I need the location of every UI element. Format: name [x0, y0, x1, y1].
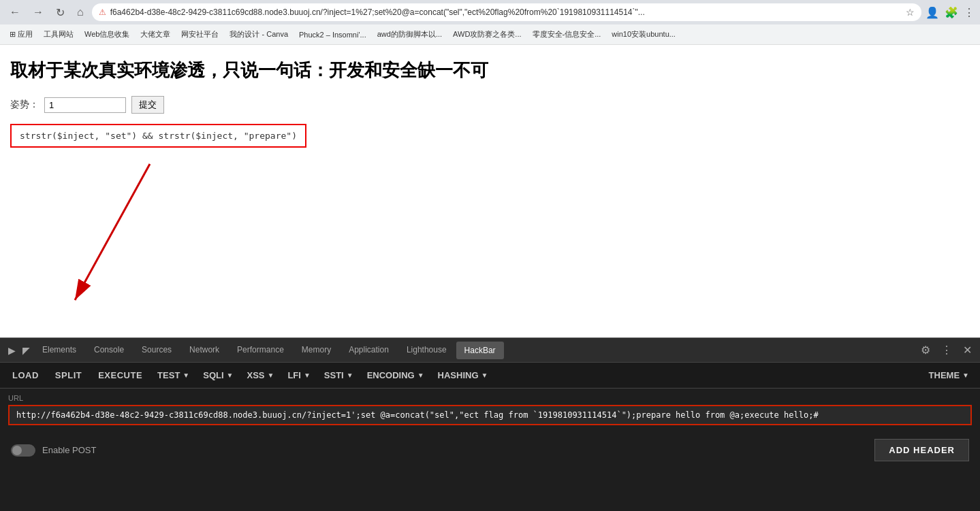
devtools-more-button[interactable]: ⋮ — [938, 341, 955, 359]
home-button[interactable]: ⌂ — [73, 3, 88, 21]
hackbar-ssti-dropdown[interactable]: SSTI ▼ — [319, 367, 359, 384]
menu-button[interactable]: ⋮ — [964, 6, 975, 19]
bookmark-platform[interactable]: 网安社平台 — [177, 28, 223, 41]
hackbar-load-button[interactable]: LOAD — [5, 367, 46, 384]
profile-button[interactable]: 👤 — [926, 6, 939, 19]
code-box: strstr($inject, "set") && strstr($inject… — [10, 124, 306, 148]
extensions-button[interactable]: 🧩 — [945, 6, 958, 19]
hackbar-test-dropdown[interactable]: TEST ▼ — [152, 367, 195, 384]
hackbar-sqli-dropdown[interactable]: SQLI ▼ — [197, 367, 238, 384]
bookmark-articles[interactable]: 大佬文章 — [136, 28, 174, 41]
tab-elements[interactable]: Elements — [34, 341, 84, 360]
address-text: f6a462b4-d38e-48c2-9429-c3811c69cd88.nod… — [110, 7, 902, 17]
tab-memory[interactable]: Memory — [294, 341, 339, 360]
encoding-chevron-icon: ▼ — [417, 372, 424, 379]
hackbar-encoding-dropdown[interactable]: ENCODING ▼ — [362, 367, 430, 384]
hackbar-execute-button[interactable]: EXECUTE — [91, 367, 149, 384]
form-label: 姿势： — [10, 99, 39, 111]
tab-network[interactable]: Network — [181, 341, 227, 360]
back-button[interactable]: ← — [5, 3, 25, 21]
devtools-right-actions: ⚙ ⋮ ✕ — [918, 341, 975, 359]
bookmark-awd1[interactable]: awd的防御脚本以... — [373, 28, 446, 41]
tab-console[interactable]: Console — [86, 341, 132, 360]
hackbar-theme-dropdown[interactable]: THEME ▼ — [923, 367, 975, 384]
hackbar-url-section: URL — [0, 389, 980, 431]
sqli-chevron-icon: ▼ — [227, 372, 234, 379]
devtools-tabs-bar: ▶ ◤ Elements Console Sources Network Per… — [0, 338, 980, 363]
devtools-panel: ▶ ◤ Elements Console Sources Network Per… — [0, 337, 980, 511]
bookmark-phuck2[interactable]: Phuck2 – Insomni'... — [295, 29, 370, 40]
add-header-button[interactable]: ADD HEADER — [874, 439, 969, 461]
bookmark-star-icon[interactable]: ☆ — [906, 7, 915, 18]
enable-post-label: Enable POST — [42, 445, 97, 455]
refresh-button[interactable]: ↻ — [52, 3, 69, 22]
url-input[interactable] — [8, 405, 972, 425]
hackbar-xss-dropdown[interactable]: XSS ▼ — [241, 367, 279, 384]
theme-chevron-icon: ▼ — [962, 372, 969, 379]
bookmarks-bar: ⊞ 应用 工具网站 Web信息收集 大佬文章 网安社平台 我的设计 - Canv… — [0, 24, 980, 45]
bookmark-ubuntu[interactable]: win10安装ubuntu... — [607, 28, 680, 41]
tab-hackbar[interactable]: HackBar — [456, 342, 504, 359]
hackbar-split-button[interactable]: SPLIT — [48, 367, 89, 384]
tab-sources[interactable]: Sources — [133, 341, 180, 360]
bookmark-awd2[interactable]: AWD攻防赛之各类... — [449, 28, 525, 41]
bookmark-tools[interactable]: 工具网站 — [39, 28, 78, 41]
hackbar-bottom: Enable POST ADD HEADER — [0, 431, 980, 469]
toggle-knob — [12, 446, 22, 455]
ssti-chevron-icon: ▼ — [347, 372, 353, 379]
enable-post-toggle-wrap: Enable POST — [11, 444, 97, 457]
annotation-arrow — [7, 157, 211, 337]
page-content: 取材于某次真实环境渗透，只说一句话：开发和安全缺一不可 姿势： 提交 strst… — [0, 45, 980, 337]
inject-input[interactable] — [44, 97, 126, 113]
xss-chevron-icon: ▼ — [268, 372, 274, 379]
security-icon: ⚠ — [99, 7, 106, 17]
devtools-close-button[interactable]: ✕ — [960, 341, 975, 359]
forward-button[interactable]: → — [29, 3, 48, 21]
page-title: 取材于某次真实环境渗透，只说一句话：开发和安全缺一不可 — [10, 59, 970, 82]
submit-button[interactable]: 提交 — [131, 96, 164, 114]
tab-application[interactable]: Application — [341, 341, 397, 360]
bookmark-web-info[interactable]: Web信息收集 — [80, 28, 133, 41]
form-row: 姿势： 提交 — [10, 96, 970, 114]
apps-icon: ⊞ — [10, 30, 16, 39]
devtools-settings-button[interactable]: ⚙ — [918, 341, 933, 359]
hashing-chevron-icon: ▼ — [481, 372, 488, 379]
bookmark-canva[interactable]: 我的设计 - Canva — [225, 28, 292, 41]
chrome-top-bar: ← → ↻ ⌂ ⚠ f6a462b4-d38e-48c2-9429-c3811c… — [0, 0, 980, 24]
address-bar[interactable]: ⚠ f6a462b4-d38e-48c2-9429-c3811c69cd88.n… — [92, 3, 921, 21]
hackbar-lfi-dropdown[interactable]: LFI ▼ — [282, 367, 315, 384]
url-label: URL — [8, 394, 972, 402]
devtools-cursor-icon[interactable]: ▶ — [5, 342, 18, 359]
lfi-chevron-icon: ▼ — [304, 372, 311, 379]
tab-performance[interactable]: Performance — [229, 341, 292, 360]
svg-line-1 — [75, 164, 150, 300]
bookmark-security[interactable]: 零度安全-信息安全... — [528, 28, 605, 41]
tab-lighthouse[interactable]: Lighthouse — [398, 341, 455, 360]
bookmark-apps[interactable]: ⊞ 应用 — [5, 28, 37, 41]
devtools-inspect-icon[interactable]: ◤ — [20, 342, 33, 359]
hackbar-hashing-dropdown[interactable]: HASHING ▼ — [432, 367, 494, 384]
test-chevron-icon: ▼ — [183, 372, 189, 379]
hackbar-toolbar: LOAD SPLIT EXECUTE TEST ▼ SQLI ▼ XSS ▼ L… — [0, 363, 980, 389]
enable-post-toggle[interactable] — [11, 444, 35, 457]
chrome-actions: 👤 🧩 ⋮ — [926, 6, 975, 19]
